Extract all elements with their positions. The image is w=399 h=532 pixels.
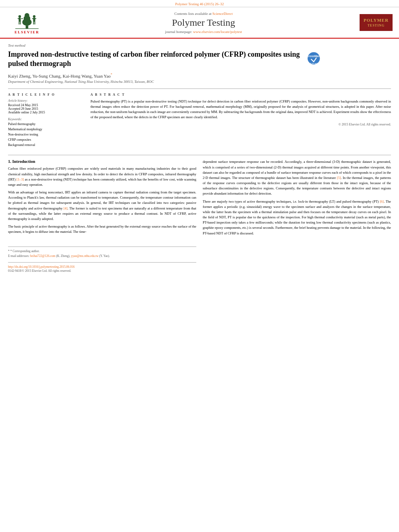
keyword-2: Mathematical morphology	[8, 127, 82, 132]
body-columns: 1. Introduction Carbon fiber reinforced …	[8, 159, 391, 273]
intro-para-col2-1: dependent surface temperature response c…	[203, 159, 391, 196]
journal-badge: POLYMER TESTING	[360, 14, 393, 31]
received-date: Received 24 May 2015	[8, 103, 82, 107]
article-info-abstract-section: A R T I C L E I N F O Article history: R…	[8, 88, 391, 151]
svg-text:check for updates: check for updates	[307, 62, 320, 64]
homepage-line: journal homepage: www.elsevier.com/locat…	[165, 30, 242, 34]
intro-para-col2-2: There are majorly two types of active th…	[203, 199, 391, 236]
journal-homepage-link[interactable]: www.elsevier.com/locate/polytest	[193, 30, 242, 34]
keyword-4: CFRP composites	[8, 138, 82, 143]
publisher-logo-area: ELSEVIER	[5, 10, 49, 35]
svg-rect-13	[35, 18, 36, 19]
article-body: Test method Improved non-destructive tes…	[0, 39, 399, 278]
journal-header: ELSEVIER Contents lists available at Sci…	[0, 7, 399, 39]
svg-rect-15	[35, 22, 35, 24]
history-label: Article history:	[8, 99, 82, 103]
footnote-email-line: E-mail addresses: beihai722@126.com (K. …	[8, 254, 196, 258]
keyword-5: Background removal	[8, 143, 82, 148]
svg-text:CrossMark: CrossMark	[307, 55, 321, 58]
svg-rect-14	[33, 22, 34, 24]
journal-name: Polymer Testing	[172, 17, 235, 28]
article-info-heading: A R T I C L E I N F O	[8, 93, 82, 97]
keywords-label: Keywords:	[8, 117, 82, 121]
intro-para-1: Carbon fiber reinforced polymer (CFRP) c…	[8, 166, 196, 187]
article-info-panel: A R T I C L E I N F O Article history: R…	[8, 93, 82, 151]
svg-rect-6	[18, 18, 19, 19]
svg-point-3	[25, 13, 29, 18]
elsevier-tree-icon	[13, 11, 41, 29]
svg-rect-8	[19, 22, 19, 24]
ref-4: [4]	[64, 206, 68, 210]
keyword-3: Non-destructive testing	[8, 132, 82, 138]
sciencedirect-line: Contents lists available at ScienceDirec…	[175, 12, 233, 16]
authors-line: Kaiyi Zheng, Yu-Sung Chang, Kai-Hong Wan…	[8, 73, 391, 78]
svg-rect-9	[20, 22, 21, 24]
section-label: Test method	[8, 43, 391, 47]
abstract-panel: A B S T R A C T Pulsed thermography (PT)…	[90, 93, 391, 151]
journal-badge-area: POLYMER TESTING	[358, 10, 394, 35]
svg-rect-0	[26, 25, 28, 29]
elsevier-wordmark: ELSEVIER	[14, 30, 39, 34]
journal-citation-bar: Polymer Testing 46 (2015) 26–32	[0, 0, 399, 7]
keywords-group: Keywords: Pulsed thermography Mathematic…	[8, 117, 82, 148]
footnote-area: * * Corresponding author. E-mail address…	[8, 246, 196, 258]
keywords-list: Pulsed thermography Mathematical morphol…	[8, 122, 82, 148]
copyright-notice: © 2015 Elsevier Ltd. All rights reserved…	[90, 123, 391, 126]
footnote-corresponding: * * Corresponding author.	[8, 249, 196, 253]
body-col-right: dependent surface temperature response c…	[203, 159, 391, 273]
svg-point-10	[33, 15, 35, 17]
article-title-text: Improved non-destructive testing of carb…	[8, 50, 302, 69]
article-history-group: Article history: Received 24 May 2015 Ac…	[8, 99, 82, 114]
body-col-left: 1. Introduction Carbon fiber reinforced …	[8, 159, 196, 273]
issn-line: 0142-9418/© 2015 Elsevier Ltd. All right…	[8, 269, 196, 273]
abstract-text: Pulsed thermography (PT) is a popular no…	[90, 99, 391, 119]
ref-5: [5]	[337, 176, 341, 180]
intro-para-3: The basic principle of active thermograp…	[8, 224, 196, 234]
crossmark-icon: CrossMark check for updates	[307, 51, 321, 65]
journal-citation-link[interactable]: Polymer Testing 46 (2015) 26–32	[175, 2, 224, 6]
doi-line: http://dx.doi.org/10.1016/j.polymertesti…	[8, 265, 196, 269]
ref-1-3: [1–3]	[16, 177, 24, 181]
accepted-date: Accepted 29 June 2015	[8, 107, 82, 111]
intro-section-title: 1. Introduction	[8, 159, 196, 164]
svg-rect-7	[21, 18, 23, 19]
doi-link[interactable]: http://dx.doi.org/10.1016/j.polymertesti…	[8, 265, 74, 269]
keyword-1: Pulsed thermography	[8, 122, 82, 127]
svg-rect-12	[32, 18, 34, 19]
journal-title-area: Contents lists available at ScienceDirec…	[53, 10, 354, 35]
available-date: Available online 2 July 2015	[8, 111, 82, 114]
intro-para-2: With an advantage of being noncontact, I…	[8, 190, 196, 222]
article-footer: http://dx.doi.org/10.1016/j.polymertesti…	[8, 262, 196, 273]
elsevier-logo: ELSEVIER	[7, 10, 47, 35]
sciencedirect-link[interactable]: ScienceDirect	[212, 12, 232, 16]
affiliation-line: Department of Chemical Engineering, Nati…	[8, 80, 391, 84]
crossmark-area[interactable]: CrossMark check for updates	[306, 51, 322, 65]
footnote-email1-link[interactable]: beihai722@126.com	[30, 254, 56, 258]
svg-point-4	[19, 15, 21, 17]
article-title-area: Improved non-destructive testing of carb…	[8, 50, 322, 69]
abstract-heading: A B S T R A C T	[90, 93, 391, 97]
section-divider	[8, 155, 391, 155]
footnote-email2-link[interactable]: yyao@mx.nthu.edu.tw	[71, 254, 98, 258]
ref-6: [6]	[380, 199, 384, 203]
